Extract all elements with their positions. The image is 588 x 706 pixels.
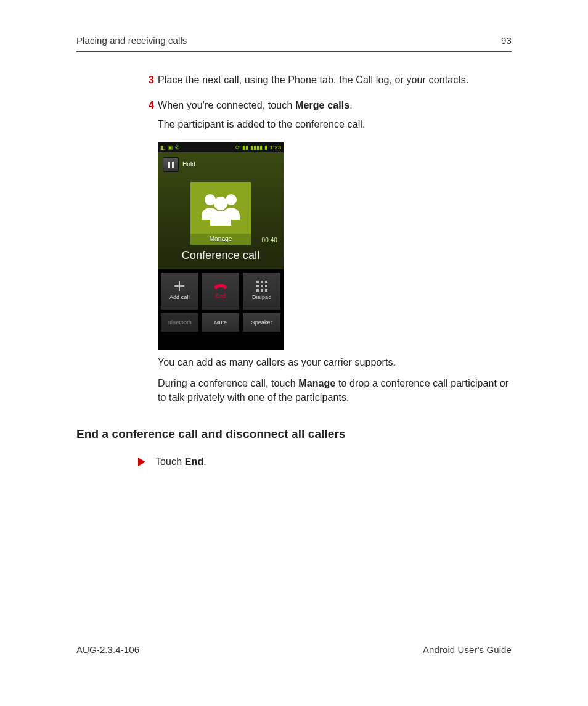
call-title: Conference call <box>158 247 284 263</box>
mute-button[interactable]: Mute <box>202 313 240 332</box>
bluetooth-button[interactable]: Bluetooth <box>160 313 199 332</box>
step-number: 3 <box>138 73 154 87</box>
step-body: Place the next call, using the Phone tab… <box>158 73 512 92</box>
step-list: 3 Place the next call, using the Phone t… <box>76 73 512 137</box>
pause-icon <box>168 162 174 168</box>
step-4-after: . <box>349 100 353 110</box>
manage-button[interactable]: Manage <box>190 234 251 245</box>
bullet-after: . <box>203 456 206 467</box>
page-header: Placing and receiving calls 93 <box>76 34 512 52</box>
manage-text-before: During a conference call, touch <box>158 378 298 388</box>
footer-doc-title: Android User's Guide <box>423 643 512 657</box>
step-4: 4 When you're connected, touch Merge cal… <box>138 98 512 136</box>
step-4-result: The participant is added to the conferen… <box>158 117 512 131</box>
merge-calls-label: Merge calls <box>295 100 349 110</box>
bullet-item: Touch End. <box>138 454 512 469</box>
manage-instruction-text: During a conference call, touch Manage t… <box>158 376 512 404</box>
dialpad-icon <box>256 281 267 292</box>
add-call-label: Add call <box>169 293 190 302</box>
dialpad-button[interactable]: Dialpad <box>242 272 281 310</box>
end-label: End <box>216 292 226 300</box>
call-area: Hold <box>158 152 284 269</box>
dialpad-label: Dialpad <box>252 293 271 302</box>
step-4-before: When you're connected, touch <box>158 100 295 110</box>
manage-bold: Manage <box>298 378 335 388</box>
hold-button[interactable] <box>163 157 179 172</box>
page-footer: AUG-2.3.4-106 Android User's Guide <box>76 643 512 657</box>
header-page-number: 93 <box>501 34 512 47</box>
group-icon <box>197 190 245 226</box>
section-heading-end-conference: End a conference call and disconnect all… <box>76 425 512 443</box>
step-3: 3 Place the next call, using the Phone t… <box>138 73 512 92</box>
status-bar: ◧ ▣ ✆ ⟳ ▮▮ ▮▮▮▮ ▮ 1:23 <box>158 142 284 152</box>
carrier-support-text: You can add as many callers as your carr… <box>158 355 512 369</box>
status-time: 1:23 <box>270 144 281 152</box>
signal-icon: ▮▮▮▮ <box>250 144 263 152</box>
vibrate-icon: ▮▮ <box>242 144 248 152</box>
red-triangle-bullet-icon <box>138 458 145 466</box>
speaker-button[interactable]: Speaker <box>242 313 281 332</box>
end-call-button[interactable]: End <box>202 272 240 310</box>
step-3-text: Place the next call, using the Phone tab… <box>158 73 512 87</box>
group-avatar <box>190 182 251 234</box>
call-button-grid: Add call End Dialpad Bluetooth <box>158 269 284 335</box>
bullet-before: Touch <box>155 456 185 467</box>
footer-doc-id: AUG-2.3.4-106 <box>76 643 139 657</box>
manage-label: Manage <box>210 235 232 244</box>
hang-up-icon <box>213 282 229 290</box>
speaker-label: Speaker <box>251 319 272 327</box>
plus-icon <box>174 281 185 292</box>
sync-icon: ⟳ <box>235 144 240 152</box>
svg-point-2 <box>214 197 227 210</box>
status-right-icons: ⟳ ▮▮ ▮▮▮▮ ▮ 1:23 <box>235 144 281 152</box>
post-phone-text: You can add as many callers as your carr… <box>158 355 512 404</box>
notification-icon: ▣ <box>168 144 173 152</box>
bullet-text: Touch End. <box>155 454 206 469</box>
step-number: 4 <box>138 98 154 112</box>
bluetooth-label: Bluetooth <box>168 319 192 327</box>
hold-control: Hold <box>163 157 195 172</box>
step-4-text: When you're connected, touch Merge calls… <box>158 98 512 112</box>
call-duration: 00:40 <box>261 236 277 245</box>
phone-frame: ◧ ▣ ✆ ⟳ ▮▮ ▮▮▮▮ ▮ 1:23 Hold <box>158 142 284 350</box>
page: Placing and receiving calls 93 3 Place t… <box>0 0 588 706</box>
mute-label: Mute <box>214 319 227 327</box>
status-left-icons: ◧ ▣ ✆ <box>160 144 180 152</box>
battery-icon: ▮ <box>264 144 267 152</box>
conference-avatar-tile[interactable]: Manage <box>190 182 251 245</box>
add-call-button[interactable]: Add call <box>160 272 199 310</box>
header-section-title: Placing and receiving calls <box>76 34 187 47</box>
phone-screenshot: ◧ ▣ ✆ ⟳ ▮▮ ▮▮▮▮ ▮ 1:23 Hold <box>158 142 512 350</box>
call-indicator-icon: ✆ <box>175 144 180 152</box>
hold-label: Hold <box>182 160 195 170</box>
step-body: When you're connected, touch Merge calls… <box>158 98 512 136</box>
notification-icon: ◧ <box>160 144 166 152</box>
end-bold: End <box>185 456 204 467</box>
